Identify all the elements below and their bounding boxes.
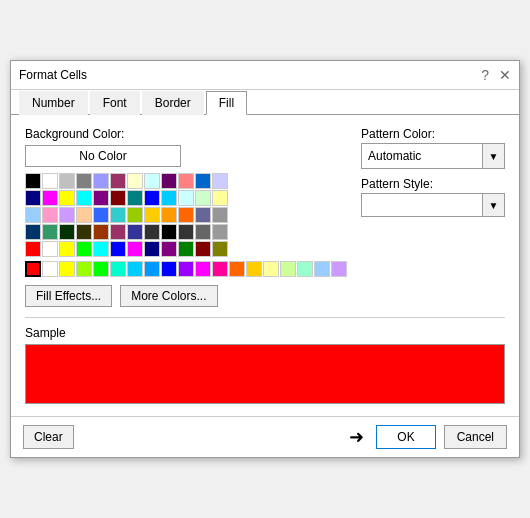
- pattern-style-arrow[interactable]: ▼: [482, 194, 504, 216]
- color-cell[interactable]: [93, 224, 109, 240]
- color-cell[interactable]: [110, 173, 126, 189]
- color-cell[interactable]: [93, 173, 109, 189]
- pattern-style-dropdown[interactable]: ▼: [361, 193, 505, 217]
- color-cell[interactable]: [144, 241, 160, 257]
- color-cell[interactable]: [212, 224, 228, 240]
- tab-font[interactable]: Font: [90, 91, 140, 115]
- fill-effects-button[interactable]: Fill Effects...: [25, 285, 112, 307]
- custom-color-cell[interactable]: [93, 261, 109, 277]
- color-cell[interactable]: [59, 190, 75, 206]
- color-row-row2: [25, 190, 347, 206]
- custom-color-cell[interactable]: [42, 261, 58, 277]
- custom-color-cell[interactable]: [144, 261, 160, 277]
- color-cell[interactable]: [93, 207, 109, 223]
- custom-color-cell[interactable]: [127, 261, 143, 277]
- color-cell[interactable]: [195, 241, 211, 257]
- cancel-button[interactable]: Cancel: [444, 425, 507, 449]
- color-cell[interactable]: [178, 224, 194, 240]
- tab-number[interactable]: Number: [19, 91, 88, 115]
- pattern-color-dropdown[interactable]: Automatic ▼: [361, 143, 505, 169]
- custom-color-cell[interactable]: [178, 261, 194, 277]
- color-cell[interactable]: [25, 190, 41, 206]
- color-row-row5: [25, 241, 347, 257]
- color-cell[interactable]: [76, 207, 92, 223]
- color-cell[interactable]: [42, 241, 58, 257]
- color-cell[interactable]: [42, 173, 58, 189]
- color-cell[interactable]: [144, 190, 160, 206]
- tab-border[interactable]: Border: [142, 91, 204, 115]
- pattern-color-arrow[interactable]: ▼: [482, 144, 504, 168]
- color-cell[interactable]: [161, 224, 177, 240]
- color-cell[interactable]: [144, 207, 160, 223]
- color-cell[interactable]: [25, 241, 41, 257]
- color-cell[interactable]: [25, 173, 41, 189]
- color-cell[interactable]: [25, 207, 41, 223]
- color-cell[interactable]: [195, 224, 211, 240]
- color-cell[interactable]: [59, 224, 75, 240]
- color-cell[interactable]: [195, 207, 211, 223]
- color-cell[interactable]: [178, 190, 194, 206]
- color-cell[interactable]: [127, 190, 143, 206]
- color-cell[interactable]: [161, 173, 177, 189]
- color-cell[interactable]: [25, 224, 41, 240]
- color-cell[interactable]: [110, 241, 126, 257]
- color-cell[interactable]: [127, 207, 143, 223]
- color-cell[interactable]: [144, 173, 160, 189]
- color-cell[interactable]: [178, 173, 194, 189]
- color-cell[interactable]: [93, 241, 109, 257]
- custom-color-cell[interactable]: [195, 261, 211, 277]
- color-cell[interactable]: [42, 207, 58, 223]
- no-color-button[interactable]: No Color: [25, 145, 181, 167]
- more-colors-button[interactable]: More Colors...: [120, 285, 217, 307]
- color-cell[interactable]: [76, 241, 92, 257]
- color-cell[interactable]: [212, 207, 228, 223]
- color-cell[interactable]: [42, 224, 58, 240]
- color-cell[interactable]: [76, 190, 92, 206]
- color-cell[interactable]: [178, 207, 194, 223]
- color-cell[interactable]: [59, 173, 75, 189]
- color-cell[interactable]: [127, 241, 143, 257]
- custom-color-cell[interactable]: [212, 261, 228, 277]
- color-cell[interactable]: [161, 241, 177, 257]
- custom-color-cell[interactable]: [314, 261, 330, 277]
- color-cell[interactable]: [127, 173, 143, 189]
- custom-color-cell[interactable]: [297, 261, 313, 277]
- custom-color-cell[interactable]: [161, 261, 177, 277]
- custom-color-cell[interactable]: [263, 261, 279, 277]
- ok-button[interactable]: OK: [376, 425, 435, 449]
- color-cell[interactable]: [127, 224, 143, 240]
- pattern-color-label: Pattern Color:: [361, 127, 505, 141]
- custom-color-cell[interactable]: [246, 261, 262, 277]
- color-cell[interactable]: [161, 190, 177, 206]
- custom-color-cell[interactable]: [76, 261, 92, 277]
- color-cell[interactable]: [110, 190, 126, 206]
- color-cell[interactable]: [161, 207, 177, 223]
- color-cell[interactable]: [76, 173, 92, 189]
- color-cell[interactable]: [195, 190, 211, 206]
- color-cell[interactable]: [212, 241, 228, 257]
- color-cell[interactable]: [212, 173, 228, 189]
- color-cell[interactable]: [59, 241, 75, 257]
- custom-color-cell[interactable]: [25, 261, 41, 277]
- color-cell[interactable]: [110, 207, 126, 223]
- color-cell[interactable]: [110, 224, 126, 240]
- custom-color-cell[interactable]: [229, 261, 245, 277]
- close-button[interactable]: ✕: [499, 67, 511, 83]
- clear-button[interactable]: Clear: [23, 425, 74, 449]
- custom-color-cell[interactable]: [59, 261, 75, 277]
- custom-colors-row: [25, 261, 347, 277]
- color-cell[interactable]: [144, 224, 160, 240]
- custom-color-cell[interactable]: [280, 261, 296, 277]
- color-cell[interactable]: [76, 224, 92, 240]
- color-cell[interactable]: [42, 190, 58, 206]
- color-cell[interactable]: [59, 207, 75, 223]
- color-cell[interactable]: [212, 190, 228, 206]
- tab-fill[interactable]: Fill: [206, 91, 247, 115]
- custom-color-cell[interactable]: [331, 261, 347, 277]
- help-button[interactable]: ?: [481, 67, 489, 83]
- color-cell[interactable]: [93, 190, 109, 206]
- color-cell[interactable]: [195, 173, 211, 189]
- dialog-title: Format Cells: [19, 68, 87, 82]
- custom-color-cell[interactable]: [110, 261, 126, 277]
- color-cell[interactable]: [178, 241, 194, 257]
